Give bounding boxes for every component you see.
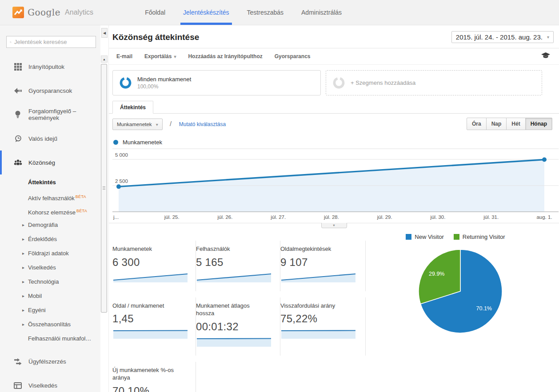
granularity-buttons: Óra Nap Hét Hónap <box>467 118 552 130</box>
scorecard-label: Új munkamenetek %-os aránya <box>112 366 186 382</box>
nav-customization[interactable]: Testreszabás <box>238 0 292 25</box>
sidebar-item-dashboards[interactable]: Irányítópultok <box>0 55 100 79</box>
scorecard-avg-session-duration: Munkamenet átlagos hossza 00:01:32 <box>196 297 280 356</box>
report-action-bar: E-mail Exportálás ▾ Hozzáadás az Irányít… <box>109 48 559 65</box>
sidebar-scrollbar[interactable]: ▲ <box>101 55 108 392</box>
education-cap-icon[interactable] <box>541 52 550 60</box>
scorecard-value: 9 107 <box>280 256 359 269</box>
timeseries-legend: Munkamenetek <box>109 133 559 148</box>
scorecard-label: Felhasználók <box>196 245 269 253</box>
scorecards-grid: Munkamenetek 6 300 Felhasználók 5 165 Ol… <box>112 241 366 392</box>
svg-text:5 000: 5 000 <box>115 152 128 158</box>
report-search-box[interactable] <box>6 36 96 48</box>
scorecard-new-sessions: Új munkamenetek %-os aránya 70,10% <box>112 362 196 392</box>
legend-swatch-icon <box>454 234 459 240</box>
metric-separator: / <box>170 120 172 127</box>
scorecard-label: Oldalmegtekintések <box>280 245 354 253</box>
logo-product-text: Analytics <box>65 8 93 16</box>
svg-text:júl. 28.: júl. 28. <box>323 214 339 220</box>
scrollbar-thumb[interactable] <box>101 64 107 313</box>
submenu-mobile[interactable]: Mobil <box>0 289 100 303</box>
submenu-custom[interactable]: Egyéni <box>0 303 100 317</box>
submenu-benchmarking[interactable]: Összehasonlítás <box>0 317 100 332</box>
export-button[interactable]: Exportálás ▾ <box>144 53 176 59</box>
svg-text:2 500: 2 500 <box>115 178 128 184</box>
chart-collapse-button[interactable]: ▼ <box>321 223 347 228</box>
sparkline-chart[interactable] <box>280 328 357 340</box>
email-button[interactable]: E-mail <box>116 53 132 59</box>
sidebar-item-label: Valós idejű <box>28 135 57 142</box>
chart-controls: Munkamenetek ▾ / Mutató kiválasztása Óra… <box>109 114 559 133</box>
svg-text:aug. 1.: aug. 1. <box>536 214 552 220</box>
add-segment-button[interactable]: + Szegmens hozzáadása <box>326 70 542 95</box>
svg-text:70.1%: 70.1% <box>476 305 492 312</box>
visitor-type-pie-block: New Visitor Returning Visitor 70.1%29.9% <box>404 234 507 392</box>
granularity-month[interactable]: Hónap <box>525 118 552 130</box>
granularity-week[interactable]: Hét <box>506 118 525 130</box>
sparkline-chart[interactable] <box>196 336 272 348</box>
select-metric-link[interactable]: Mutató kiválasztása <box>179 121 226 127</box>
scorecard-label: Munkamenetek <box>112 245 186 253</box>
nav-admin[interactable]: Adminisztrálás <box>292 0 351 25</box>
submenu-users-flow[interactable]: Felhasználói munkafol… <box>0 332 100 346</box>
report-header: Közönség áttekintése 2015. júl. 24. - 20… <box>109 25 559 48</box>
legend-swatch-icon <box>406 234 411 240</box>
submenu-geo[interactable]: Földrajzi adatok <box>0 246 100 261</box>
page-title: Közönség áttekintése <box>112 32 199 42</box>
intelligence-icon <box>13 111 22 119</box>
sidebar-item-label: Gyorsparancsok <box>28 87 72 94</box>
nav-home[interactable]: Főoldal <box>136 0 174 25</box>
sidebar-item-label: Közönség <box>28 159 55 166</box>
segment-all-sessions[interactable]: Minden munkamenet 100,00% <box>112 70 321 95</box>
submenu-active-users[interactable]: Aktív felhasználókBÉTA <box>0 190 100 204</box>
metric-dropdown[interactable]: Munkamenetek ▾ <box>112 119 163 130</box>
timeseries-chart[interactable]: 2 5005 000j...júl. 25.júl. 26.júl. 27.jú… <box>112 148 559 223</box>
submenu-interests[interactable]: Érdeklődés <box>0 232 100 246</box>
segments-row: Minden munkamenet 100,00% + Szegmens hoz… <box>109 65 559 95</box>
scrollbar-up-arrow[interactable]: ▲ <box>101 55 108 63</box>
submenu-technology[interactable]: Technológia <box>0 275 100 289</box>
date-range-text: 2015. júl. 24. - 2015. aug. 23. <box>456 33 543 41</box>
sidebar-item-audience[interactable]: Közönség <box>0 150 100 174</box>
sidebar-item-label: Irányítópultok <box>28 63 64 70</box>
acquisition-icon <box>13 358 22 365</box>
sparkline-chart[interactable] <box>196 272 272 283</box>
nav-reporting[interactable]: Jelentéskészítés <box>174 0 238 25</box>
segment-ring-icon <box>120 77 132 89</box>
granularity-day[interactable]: Nap <box>486 118 507 130</box>
add-to-dashboard-button[interactable]: Hozzáadás az Irányítópulthoz <box>188 53 262 59</box>
submenu-cohort-analysis[interactable]: Kohorsz elemzéseBÉTA <box>0 204 100 218</box>
date-range-picker[interactable]: 2015. júl. 24. - 2015. aug. 23. ▾ <box>451 31 554 43</box>
granularity-hour[interactable]: Óra <box>467 118 487 130</box>
sidebar-splitter: ◀ ▲ <box>100 25 108 392</box>
sidebar-item-realtime[interactable]: Valós idejű <box>0 127 100 150</box>
sparkline-chart[interactable] <box>112 272 189 283</box>
legend-new-visitor: New Visitor <box>406 234 444 240</box>
tab-overview[interactable]: Áttekintés <box>112 101 153 114</box>
sparkline-chart[interactable] <box>112 328 189 340</box>
scorecard-value: 75,22% <box>280 313 359 325</box>
sidebar-item-intelligence[interactable]: Forgalomfigyelő – események <box>0 103 100 127</box>
sidebar-item-label: Ügyfélszerzés <box>28 358 66 365</box>
submenu-behavior[interactable]: Viselkedés <box>0 261 100 275</box>
sidebar-item-shortcuts[interactable]: Gyorsparancsok <box>0 79 100 103</box>
scorecard-pageviews: Oldalmegtekintések 9 107 <box>280 241 366 291</box>
add-segment-label: + Szegmens hozzáadása <box>351 79 415 86</box>
shortcut-button[interactable]: Gyorsparancs <box>275 53 311 59</box>
scorecard-pages-per-session: Oldal / munkamenet 1,45 <box>112 297 196 356</box>
chevron-down-icon: ▾ <box>547 35 549 40</box>
behavior-icon <box>13 382 22 389</box>
search-input[interactable] <box>14 39 92 45</box>
submenu-overview[interactable]: Áttekintés <box>0 175 100 190</box>
sidebar-item-acquisition[interactable]: Ügyfélszerzés <box>0 349 100 373</box>
sparkline-chart[interactable] <box>280 272 357 283</box>
submenu-demographics[interactable]: Demográfia <box>0 218 100 232</box>
scorecard-label: Visszafordulási arány <box>280 302 354 310</box>
scorecard-value: 5 165 <box>196 256 274 269</box>
sidebar-collapse-button[interactable]: ◀ <box>101 28 108 38</box>
sidebar-item-behavior[interactable]: Viselkedés <box>0 373 100 392</box>
sidebar-item-label: Forgalomfigyelő – események <box>28 108 100 121</box>
visitor-type-pie-chart[interactable]: 70.1%29.9% <box>414 247 507 336</box>
svg-text:júl. 31.: júl. 31. <box>483 214 499 220</box>
series-label: Munkamenetek <box>123 139 162 146</box>
